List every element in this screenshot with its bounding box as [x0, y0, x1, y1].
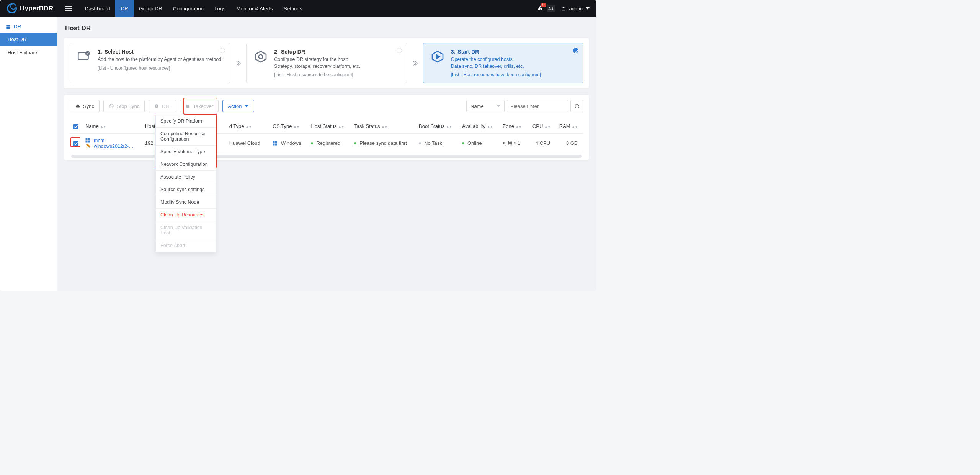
- table-row[interactable]: mhm- windows2012r2-… 192.168.10.4(ESX… H…: [70, 133, 583, 153]
- svg-rect-11: [186, 105, 189, 108]
- step2-desc: Configure DR strategy for the host: Stra…: [274, 56, 360, 70]
- svg-line-8: [110, 105, 113, 107]
- step3-hint: [List - Host resources have been configu…: [451, 72, 541, 77]
- sync-button[interactable]: Sync: [70, 100, 100, 112]
- step-start-dr[interactable]: 3.Start DR Operate the configured hosts:…: [423, 43, 583, 83]
- menu-clean-up-resources[interactable]: Clean Up Resources: [156, 208, 216, 221]
- takeover-icon: [185, 103, 191, 109]
- step3-radio: [573, 48, 578, 53]
- cell-tail: c: [581, 133, 584, 153]
- svg-rect-2: [6, 26, 10, 28]
- step1-num: 1.: [98, 49, 102, 55]
- cell-os: Windows: [269, 133, 307, 153]
- menu-specify-dr-platform[interactable]: Specify DR Platform: [156, 115, 216, 127]
- table-card: Sync Stop Sync Drill Takeover: [64, 95, 589, 160]
- page-title: Host DR: [65, 25, 589, 32]
- step-setup-dr[interactable]: 2.Setup DR Configure DR strategy for the…: [246, 43, 407, 83]
- nav-dr[interactable]: DR: [115, 0, 134, 17]
- sidebar-item-host-failback[interactable]: Host Failback: [0, 46, 57, 59]
- menu-modify-sync-node[interactable]: Modify Sync Node: [156, 196, 216, 208]
- sidebar-section-label: DR: [14, 24, 21, 29]
- host-link-2[interactable]: windows2012r2-…: [94, 144, 134, 149]
- host-link[interactable]: mhm-: [94, 138, 106, 143]
- setup-icon: [253, 49, 269, 65]
- step1-title: Select Host: [105, 49, 134, 55]
- menu-compute-resource-config[interactable]: Computing Resource Configuration: [156, 127, 216, 145]
- svg-rect-3: [6, 28, 10, 29]
- col-availability[interactable]: Availability▲▼: [459, 119, 499, 133]
- host-icon: [76, 49, 92, 65]
- svg-point-6: [259, 55, 263, 59]
- col-ram[interactable]: RAM▲▼: [554, 119, 581, 133]
- notification-icon[interactable]: [537, 5, 543, 12]
- action-button[interactable]: Action: [222, 100, 254, 112]
- menu-specify-volume-type[interactable]: Specify Volume Type: [156, 145, 216, 158]
- select-all-checkbox[interactable]: [73, 124, 78, 129]
- col-cpu[interactable]: CPU▲▼: [527, 119, 554, 133]
- col-host-status[interactable]: Host Status▲▼: [307, 119, 351, 133]
- svg-rect-1: [6, 25, 10, 26]
- svg-rect-15: [88, 138, 90, 140]
- action-dropdown: Specify DR Platform Computing Resource C…: [155, 115, 216, 252]
- filter-field-select[interactable]: Name: [466, 100, 505, 112]
- step1-desc: Add the host to the platform by Agent or…: [98, 56, 223, 63]
- nav-monitor-alerts[interactable]: Monitor & Alerts: [231, 0, 278, 17]
- sync-label: Sync: [83, 103, 94, 109]
- step-select-host[interactable]: 1.Select Host Add the host to the platfo…: [70, 43, 230, 83]
- cell-host-status: Registered: [307, 133, 351, 153]
- step2-num: 2.: [274, 49, 279, 55]
- search-input[interactable]: [510, 103, 575, 109]
- nav-settings[interactable]: Settings: [278, 0, 308, 17]
- hamburger-icon[interactable]: [60, 6, 77, 11]
- cell-task-status: Please sync data first: [351, 133, 415, 153]
- sidebar: DR Host DR Host Failback: [0, 17, 57, 291]
- windows-icon: [273, 141, 277, 146]
- col-zone[interactable]: Zone▲▼: [499, 119, 527, 133]
- col-name[interactable]: Name▲▼: [82, 119, 142, 133]
- svg-rect-16: [86, 140, 88, 142]
- step3-title: Start DR: [457, 49, 479, 55]
- brand-text: HyperBDR: [20, 5, 53, 12]
- refresh-button[interactable]: [570, 100, 583, 112]
- svg-rect-22: [273, 144, 275, 146]
- nav-dashboard[interactable]: Dashboard: [79, 0, 115, 17]
- menu-source-sync-settings[interactable]: Source sync settings: [156, 183, 216, 196]
- search-box[interactable]: [507, 100, 568, 112]
- start-icon: [430, 49, 446, 65]
- row-checkbox[interactable]: [73, 141, 78, 146]
- col-os[interactable]: OS Type▲▼: [269, 119, 307, 133]
- horizontal-scrollbar[interactable]: [71, 155, 582, 158]
- cell-cpu: 4 CPU: [527, 133, 554, 153]
- toolbar: Sync Stop Sync Drill Takeover: [70, 100, 583, 112]
- cell-ram: 8 GB: [554, 133, 581, 153]
- step3-num: 3.: [451, 49, 456, 55]
- svg-point-10: [156, 105, 157, 107]
- user-menu[interactable]: admin: [559, 4, 591, 13]
- nav-logs[interactable]: Logs: [209, 0, 231, 17]
- step1-radio: [220, 48, 225, 53]
- svg-point-0: [562, 7, 564, 8]
- drill-button[interactable]: Drill: [149, 100, 176, 112]
- menu-network-configuration[interactable]: Network Configuration: [156, 158, 216, 170]
- col-task-status[interactable]: Task Status▲▼: [351, 119, 415, 133]
- nav-configuration[interactable]: Configuration: [168, 0, 209, 17]
- step1-hint: [List - Unconfigured host resources]: [98, 66, 223, 71]
- takeover-button[interactable]: Takeover: [180, 100, 219, 112]
- drill-label: Drill: [162, 103, 170, 109]
- menu-associate-policy[interactable]: Associate Policy: [156, 170, 216, 183]
- svg-rect-21: [275, 141, 277, 143]
- step2-hint: [List - Host resources to be configured]: [274, 72, 360, 77]
- cell-zone: 可用区1: [499, 133, 527, 153]
- stop-sync-button[interactable]: Stop Sync: [103, 100, 145, 112]
- col-boot-status[interactable]: Boot Status▲▼: [415, 119, 459, 133]
- chevrons-icon: [408, 43, 421, 83]
- hosts-table-wrap: Name▲▼ Host IP/ESXi IP▲▼ d Type▲▼ OS Typ…: [70, 119, 583, 158]
- top-nav: Dashboard DR Group DR Configuration Logs…: [79, 0, 307, 17]
- sidebar-item-host-dr[interactable]: Host DR: [0, 33, 57, 46]
- language-badge[interactable]: A文: [547, 5, 555, 12]
- chevron-down-icon: [497, 104, 500, 108]
- nav-group-dr[interactable]: Group DR: [134, 0, 168, 17]
- database-icon: [5, 24, 11, 29]
- menu-force-abort: Force Abort: [156, 239, 216, 252]
- chevrons-icon: [232, 43, 245, 83]
